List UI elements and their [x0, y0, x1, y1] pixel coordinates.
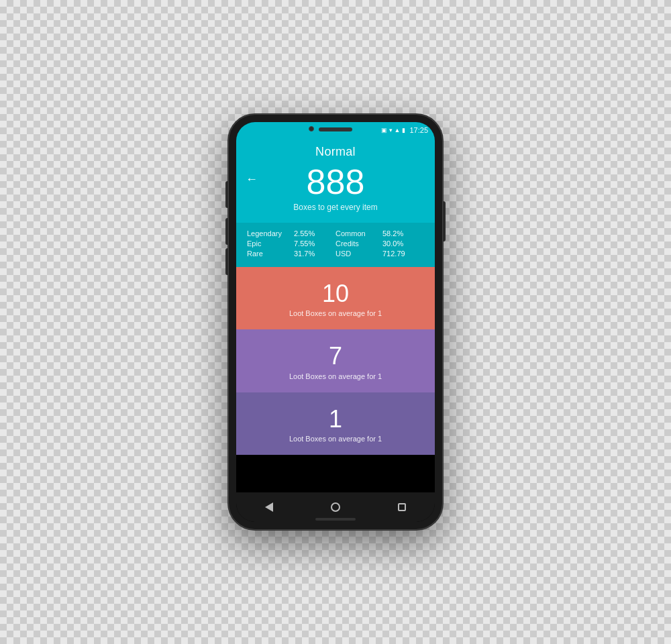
camera-dot [309, 126, 314, 131]
stat-value-credits: 30.0% [380, 239, 424, 248]
recent-nav-button[interactable] [389, 494, 415, 521]
home-nav-icon [331, 502, 340, 512]
wifi-icon: ▾ [389, 127, 393, 133]
status-time: 17:25 [409, 126, 428, 134]
recent-nav-icon [398, 503, 406, 511]
back-button[interactable]: ← [246, 172, 258, 186]
stat-label-rare: Rare [247, 250, 291, 258]
card-rare[interactable]: 1 Loot Boxes on average for 1 [236, 392, 435, 455]
back-nav-button[interactable] [256, 494, 282, 521]
stat-label-credits: Credits [336, 239, 380, 248]
card-label-3: Loot Boxes on average for 1 [247, 435, 424, 443]
phone-screen: ▣ ▾ ▲ ▮ 17:25 ← Normal 888 Boxes to get … [236, 122, 435, 522]
earpiece [319, 127, 352, 131]
signal-icon: ▲ [395, 127, 401, 133]
main-subtitle: Boxes to get every item [247, 203, 424, 212]
stat-label-common: Common [336, 229, 380, 237]
stat-label-legendary: Legendary [247, 229, 291, 237]
vibrate-icon: ▣ [381, 127, 387, 133]
screen-title: Normal [247, 145, 424, 159]
stat-label-usd: USD [336, 250, 380, 258]
card-label-2: Loot Boxes on average for 1 [247, 372, 424, 380]
card-number-2: 7 [247, 341, 424, 370]
stat-value-common: 58.2% [380, 229, 424, 237]
stats-section: Legendary 2.55% Common 58.2% Epic 7.55% … [236, 223, 435, 267]
content-area: 10 Loot Boxes on average for 1 7 Loot Bo… [236, 267, 435, 492]
card-label-1: Loot Boxes on average for 1 [247, 309, 424, 317]
stats-grid: Legendary 2.55% Common 58.2% Epic 7.55% … [247, 229, 424, 258]
phone-device: ▣ ▾ ▲ ▮ 17:25 ← Normal 888 Boxes to get … [228, 114, 443, 530]
stat-value-rare: 31.7% [291, 250, 336, 258]
stat-value-epic: 7.55% [291, 239, 336, 248]
card-number-3: 1 [247, 405, 424, 433]
card-number-1: 10 [247, 279, 424, 308]
stat-value-legendary: 2.55% [291, 229, 336, 237]
stat-label-epic: Epic [247, 239, 291, 248]
status-icons: ▣ ▾ ▲ ▮ [381, 127, 406, 133]
home-nav-button[interactable] [322, 494, 349, 521]
battery-icon: ▮ [402, 127, 405, 133]
main-number: 888 [247, 163, 424, 201]
card-legendary[interactable]: 10 Loot Boxes on average for 1 [236, 267, 435, 329]
card-epic[interactable]: 7 Loot Boxes on average for 1 [236, 329, 435, 392]
app-header: ← Normal 888 Boxes to get every item [236, 138, 435, 223]
stat-value-usd: 712.79 [380, 250, 424, 258]
back-nav-icon [265, 502, 273, 512]
bottom-bar [315, 518, 356, 521]
